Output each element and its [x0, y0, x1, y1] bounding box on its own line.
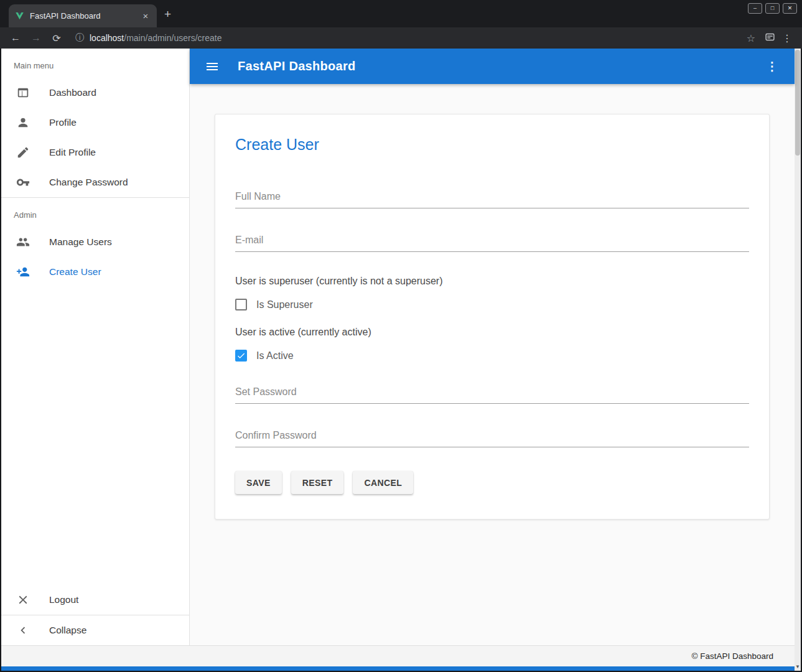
page-scrollbar[interactable]: ▼	[795, 49, 801, 671]
set-password-field	[235, 384, 749, 404]
full-name-field	[235, 189, 749, 208]
page-title: Create User	[235, 136, 749, 154]
extension-icon[interactable]	[762, 32, 777, 45]
sidebar-item-label: Collapse	[49, 625, 86, 636]
tab-close-icon[interactable]: ×	[141, 11, 151, 21]
sidebar-item-label: Change Password	[49, 177, 128, 188]
footer-accent-bar	[1, 666, 795, 671]
superuser-hint: User is superuser (currently is not a su…	[235, 276, 749, 287]
browser-menu-icon[interactable]: ⋮	[781, 32, 793, 44]
tab-title: FastAPI Dashboard	[30, 11, 135, 21]
confirm-password-field	[235, 427, 749, 447]
scrollbar-thumb[interactable]	[795, 50, 800, 156]
full-name-input[interactable]	[235, 189, 749, 208]
reload-icon[interactable]: ⟳	[50, 32, 63, 44]
pencil-icon	[16, 146, 30, 159]
sidebar-item-label: Create User	[49, 266, 101, 278]
sidebar-item-label: Manage Users	[49, 236, 112, 248]
minimize-button[interactable]: –	[748, 3, 762, 14]
browser-tab[interactable]: FastAPI Dashboard ×	[9, 4, 157, 27]
sidebar-item-edit-profile[interactable]: Edit Profile	[1, 138, 189, 167]
key-icon	[16, 175, 30, 189]
people-icon	[16, 235, 30, 249]
main-region: Create User User is superuser (currently…	[190, 84, 795, 645]
active-checkbox-label: Is Active	[256, 350, 294, 362]
sidebar-section-main-menu: Main menu	[1, 49, 189, 78]
browser-toolbar: ← → ⟳ ⓘ localhost/main/admin/users/creat…	[0, 27, 802, 49]
hamburger-menu-icon[interactable]	[205, 59, 220, 74]
appbar-kebab-icon[interactable]: ⋮	[765, 59, 780, 73]
superuser-checkbox-row[interactable]: Is Superuser	[235, 299, 749, 310]
sidebar-item-dashboard[interactable]: Dashboard	[1, 78, 189, 108]
create-user-card: Create User User is superuser (currently…	[215, 114, 770, 520]
bookmark-star-icon[interactable]: ☆	[744, 32, 758, 44]
sidebar-section-admin: Admin	[1, 198, 189, 227]
sidebar: Main menu Dashboard Profile	[1, 49, 190, 645]
url-bar[interactable]: ⓘ localhost/main/admin/users/create	[75, 32, 744, 44]
sidebar-spacer	[1, 287, 189, 585]
new-tab-button[interactable]: +	[164, 7, 171, 21]
sidebar-item-profile[interactable]: Profile	[1, 108, 189, 138]
chevron-left-icon	[16, 623, 30, 637]
sidebar-item-manage-users[interactable]: Manage Users	[1, 227, 189, 257]
back-icon[interactable]: ←	[9, 32, 22, 44]
active-checkbox-row[interactable]: Is Active	[235, 350, 749, 362]
form-actions: SAVE RESET CANCEL	[235, 471, 749, 494]
sidebar-item-change-password[interactable]: Change Password	[1, 167, 189, 197]
url-host: localhost	[90, 33, 124, 43]
active-checkbox[interactable]	[235, 350, 247, 362]
browser-titlebar: FastAPI Dashboard × + – □ ✕	[0, 0, 802, 27]
confirm-password-input[interactable]	[235, 427, 749, 447]
url-path: /main/admin/users/create	[124, 33, 221, 43]
web-page: Main menu Dashboard Profile	[1, 49, 801, 671]
close-x-icon	[16, 593, 30, 607]
forward-icon[interactable]: →	[29, 32, 43, 44]
sidebar-item-collapse[interactable]: Collapse	[1, 615, 189, 645]
sidebar-item-label: Dashboard	[49, 87, 96, 98]
sidebar-item-label: Profile	[49, 117, 77, 128]
superuser-checkbox-label: Is Superuser	[256, 299, 313, 310]
email-field	[235, 232, 749, 252]
email-input[interactable]	[235, 232, 749, 252]
sidebar-item-logout[interactable]: Logout	[1, 585, 189, 615]
page-footer: © FastAPI Dashboard	[1, 645, 795, 666]
reset-button[interactable]: RESET	[291, 471, 344, 494]
footer-copyright: © FastAPI Dashboard	[691, 651, 773, 661]
app-bar: FastAPI Dashboard ⋮	[190, 49, 795, 84]
sidebar-item-label: Logout	[49, 594, 78, 605]
sidebar-item-create-user[interactable]: Create User	[1, 257, 189, 287]
page-info-icon[interactable]: ⓘ	[75, 32, 84, 44]
superuser-checkbox[interactable]	[235, 299, 247, 310]
save-button[interactable]: SAVE	[235, 471, 282, 494]
cancel-button[interactable]: CANCEL	[353, 471, 413, 494]
dashboard-icon	[16, 86, 30, 100]
set-password-input[interactable]	[235, 384, 749, 404]
sidebar-item-label: Edit Profile	[49, 147, 96, 158]
content-area: FastAPI Dashboard ⋮ Create User User is …	[190, 49, 795, 645]
person-icon	[16, 116, 30, 129]
tab-favicon	[15, 11, 24, 21]
close-button[interactable]: ✕	[783, 3, 797, 14]
appbar-title: FastAPI Dashboard	[238, 59, 356, 73]
scrollbar-down-icon[interactable]: ▼	[795, 664, 801, 670]
toolbar-right: ☆ ⋮	[744, 32, 793, 45]
active-hint: User is active (currently active)	[235, 327, 749, 338]
window-controls: – □ ✕	[748, 3, 797, 14]
person-add-icon	[16, 265, 30, 279]
maximize-button[interactable]: □	[765, 3, 780, 14]
